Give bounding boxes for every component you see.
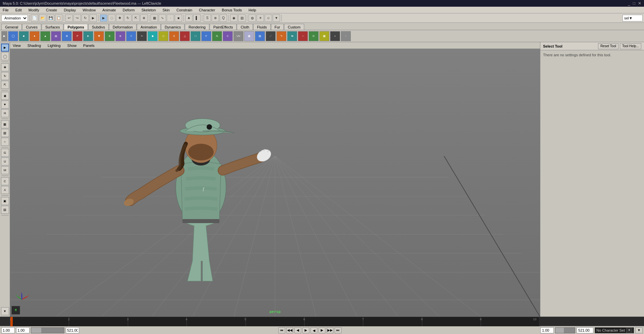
shelf-icon-convert[interactable]: ⇆: [287, 31, 297, 41]
menu-create[interactable]: Create: [45, 7, 58, 13]
rotate-left[interactable]: ↻: [1, 72, 9, 80]
snap-grid-btn[interactable]: ▦: [151, 14, 158, 22]
shelf-icon-bridge[interactable]: B: [115, 31, 125, 41]
render-sequence-btn[interactable]: ▌: [193, 14, 201, 22]
render-current-btn[interactable]: ♣: [185, 14, 193, 22]
menu-skin[interactable]: Skin: [161, 7, 171, 13]
animation-preset-dropdown[interactable]: Animation: [1, 15, 28, 21]
range-scroll[interactable]: [555, 327, 575, 333]
save-scene-btn[interactable]: 💾: [47, 14, 54, 22]
redo-btn[interactable]: ↪: [73, 14, 81, 22]
shelf-tab-painteffects[interactable]: PaintEffects: [210, 24, 237, 30]
open-scene-btn[interactable]: 📂: [39, 14, 46, 22]
shelf-tab-curves[interactable]: Curves: [22, 24, 41, 30]
shelf-tab-fluids[interactable]: Fluids: [253, 24, 270, 30]
shelf-icon-uvlayout[interactable]: ▨: [255, 31, 265, 41]
range-slider[interactable]: [31, 327, 64, 333]
shelf-icon-cleanup[interactable]: C: [223, 31, 233, 41]
reset-tool-btn[interactable]: Reset Tool: [598, 43, 619, 49]
move-tool-btn[interactable]: ✚: [116, 14, 123, 22]
shelf-icon-fill-hole[interactable]: F: [201, 31, 211, 41]
shelf-icon-extrude[interactable]: E: [105, 31, 115, 41]
rotate-tool-btn[interactable]: ↻: [124, 14, 131, 22]
undo-btn[interactable]: ↩: [65, 14, 73, 22]
shelf-icon-triangulate[interactable]: △: [180, 31, 190, 41]
history-btn[interactable]: ↻: [82, 14, 89, 22]
menu-window[interactable]: Window: [81, 7, 97, 13]
step-back-btn[interactable]: ◀◀: [286, 327, 293, 333]
shelf-icon-sculpt[interactable]: ☄: [266, 31, 276, 41]
shelf-icon-bevel[interactable]: ◊: [126, 31, 136, 41]
menu-edit[interactable]: Edit: [14, 7, 23, 13]
go-to-start-btn[interactable]: ⏮: [278, 327, 285, 333]
menu-help[interactable]: Help: [247, 7, 258, 13]
snaptoggle-left[interactable]: ▼: [1, 101, 9, 109]
shader-btn[interactable]: ▼: [273, 14, 280, 22]
range-handle[interactable]: [31, 328, 41, 333]
camera-btn[interactable]: ◍: [249, 14, 256, 22]
range-start-input[interactable]: [16, 327, 30, 333]
shelf-icon-poly-prim[interactable]: P: [72, 31, 83, 41]
shelf-icon-cone[interactable]: ▲: [40, 31, 50, 41]
shelf-tab-deformation[interactable]: Deformation: [109, 24, 137, 30]
lattice-btn[interactable]: ▧: [238, 14, 246, 22]
shelf-tab-cloth[interactable]: Cloth: [237, 24, 253, 30]
sel-field[interactable]: [623, 15, 643, 21]
menu-constrain[interactable]: Constrain: [175, 7, 194, 13]
shelf-icon-quadrangulate[interactable]: □: [191, 31, 201, 41]
menu-modify[interactable]: Modify: [27, 7, 41, 13]
snap-curve-btn[interactable]: ∿: [159, 14, 166, 22]
play-btn[interactable]: ▶: [303, 327, 309, 333]
shelf-icon-separate[interactable]: ◇: [158, 31, 168, 41]
status-settings-btn[interactable]: ▼: [635, 327, 643, 333]
snap-left[interactable]: ▧: [1, 129, 9, 137]
character-set-dropdown[interactable]: No Character Set ▼: [595, 327, 634, 333]
shelf-tab-rendering[interactable]: Rendering: [185, 24, 209, 30]
timeline-track[interactable]: 1 2 3 4 5 6 7 8 9 10: [10, 317, 540, 326]
lasso-left[interactable]: ◌: [1, 52, 9, 60]
shelf-icon-split[interactable]: ✚: [94, 31, 104, 41]
select-tool-left[interactable]: ▶: [1, 44, 9, 52]
grid-left[interactable]: ▦: [1, 120, 9, 128]
shelf-icon-merge[interactable]: ►: [83, 31, 93, 41]
current-time-input[interactable]: [1, 327, 15, 333]
go-to-end-btn[interactable]: ⏭: [335, 327, 341, 333]
quick-sel-btn[interactable]: Q: [220, 14, 227, 22]
expand-left[interactable]: ▼: [1, 307, 9, 315]
shelf-icon-mirror[interactable]: ↔: [298, 31, 308, 41]
shelf-icon-cylinder[interactable]: ●: [30, 31, 40, 41]
shelf-icon-duplicate[interactable]: D: [309, 31, 319, 41]
shelf-tab-general[interactable]: General: [1, 24, 22, 30]
step-fwd-btn[interactable]: ▶▶: [327, 327, 333, 333]
shelf-icon-checkermap[interactable]: ▩: [319, 31, 329, 41]
shelf-tab-animation[interactable]: Animation: [137, 24, 161, 30]
play-reverse-btn[interactable]: ▶: [311, 327, 317, 333]
shelf-icon-combine[interactable]: ◆: [148, 31, 158, 41]
minimize-btn[interactable]: _: [628, 1, 630, 6]
shelf-tab-fur[interactable]: Fur: [271, 24, 284, 30]
show-uv-left[interactable]: U: [1, 157, 9, 165]
shelf-tab-subdivs[interactable]: Subdivs: [88, 24, 109, 30]
scale-left[interactable]: ⇱: [1, 81, 9, 89]
attribute-left[interactable]: A: [1, 186, 9, 194]
shelf-tab-dynamics[interactable]: Dynamics: [161, 24, 184, 30]
misc-left-2[interactable]: ▤: [1, 206, 9, 214]
shelf-icon-torus[interactable]: ⊗: [62, 31, 72, 41]
transform-tool-btn[interactable]: ⊕: [140, 14, 148, 22]
menu-display[interactable]: Display: [62, 7, 77, 13]
menu-deform[interactable]: Deform: [121, 7, 136, 13]
vp-menu-panels[interactable]: Panels: [82, 43, 96, 48]
world-left[interactable]: ○: [1, 138, 9, 146]
menu-bonus-tools[interactable]: Bonus Tools: [220, 7, 243, 13]
window-controls[interactable]: _ □ ✕: [628, 1, 641, 6]
render-btn[interactable]: ▶: [90, 14, 97, 22]
shelf-icon-uvmap[interactable]: ▦: [244, 31, 254, 41]
vp-menu-shading[interactable]: Shading: [26, 43, 42, 48]
menu-file[interactable]: File: [1, 7, 10, 13]
shelf-icon-uv[interactable]: UV: [233, 31, 244, 41]
softmod-btn[interactable]: ◉: [230, 14, 237, 22]
vp-menu-lighting[interactable]: Lighting: [46, 43, 62, 48]
shelf-icon-cube[interactable]: ■: [19, 31, 29, 41]
maximize-btn[interactable]: □: [633, 1, 635, 6]
shelf-icon-paint[interactable]: ✎: [276, 31, 286, 41]
